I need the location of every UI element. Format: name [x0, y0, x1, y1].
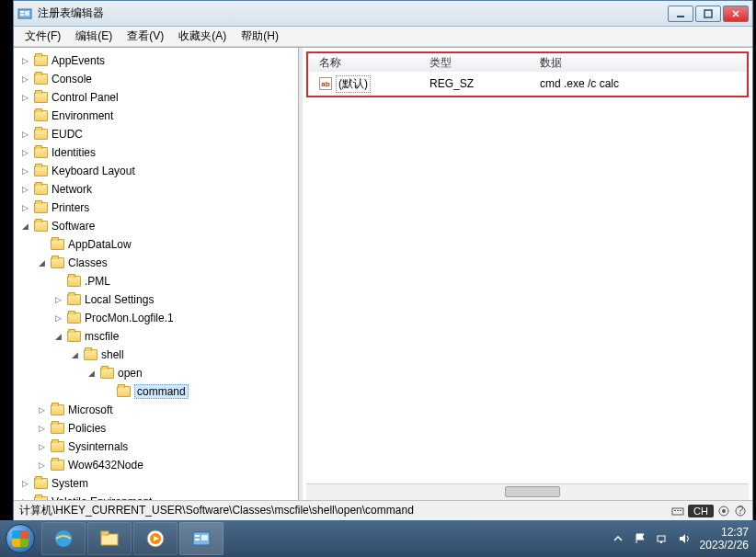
tree-node[interactable]: ▷Control Panel [19, 88, 298, 107]
tree-toggle-icon[interactable]: ▷ [52, 313, 63, 324]
folder-icon [34, 202, 48, 213]
tree-node[interactable]: ◢Software [19, 217, 298, 235]
svg-rect-25 [660, 541, 662, 543]
tree-node[interactable]: ▷Printers [19, 199, 298, 217]
help-icon[interactable]: ? [734, 505, 747, 517]
tree-node[interactable]: ▷Microsoft [36, 401, 298, 419]
folder-icon [51, 239, 64, 250]
titlebar[interactable]: 注册表编辑器 [14, 1, 752, 27]
taskbar-regedit[interactable] [179, 522, 223, 555]
tree-toggle-icon[interactable]: ▷ [19, 129, 30, 140]
taskbar: 12:37 2023/2/26 [0, 520, 756, 557]
menu-view[interactable]: 查看(V) [120, 27, 171, 46]
menu-file[interactable]: 文件(F) [17, 27, 68, 46]
network-icon[interactable] [656, 532, 669, 545]
regedit-window: 注册表编辑器 文件(F) 编辑(E) 查看(V) 收藏夹(A) 帮助(H) ▷A… [13, 0, 753, 521]
svg-rect-7 [674, 510, 676, 511]
list-body: ab (默认) REG_SZ cmd .exe /c calc [306, 72, 749, 97]
tree-node[interactable]: ▷ProcMon.Logfile.1 [52, 309, 298, 327]
tree-node[interactable]: ▷Wow6432Node [36, 456, 298, 474]
folder-icon [51, 460, 64, 471]
tree-node[interactable]: ▷Network [19, 180, 298, 199]
tree-toggle-icon[interactable]: ▷ [19, 496, 30, 500]
tree-toggle-icon[interactable]: ▷ [19, 478, 30, 489]
body: ▷AppEvents▷Console▷Control PanelEnvironm… [14, 47, 752, 500]
list-header: 名称 类型 数据 [306, 51, 749, 72]
tree-node[interactable]: ◢Classes [36, 254, 298, 272]
tree-node[interactable]: AppDataLow [36, 235, 298, 254]
tree-label: System [52, 477, 88, 490]
start-button[interactable] [0, 520, 40, 557]
tree-node[interactable]: ▷System [19, 474, 298, 493]
tree-node[interactable]: ◢shell [69, 346, 298, 364]
value-name: (默认) [336, 75, 371, 93]
tree-toggle-icon[interactable]: ◢ [69, 349, 80, 360]
string-value-icon: ab [319, 77, 332, 90]
tree-node[interactable]: ▷EUDC [19, 125, 298, 143]
tree-node[interactable]: ▷Local Settings [52, 290, 298, 309]
tree-label: EUDC [52, 128, 83, 141]
folder-icon [51, 404, 64, 415]
tree-node[interactable]: ▷AppEvents [19, 51, 298, 70]
tree-node[interactable]: ▷Console [19, 70, 298, 88]
tree-toggle-icon[interactable]: ▷ [19, 202, 30, 213]
window-controls [668, 6, 749, 22]
menu-favorites[interactable]: 收藏夹(A) [171, 27, 234, 46]
tree-node[interactable]: ◢mscfile [52, 327, 298, 346]
clock[interactable]: 12:37 2023/2/26 [700, 526, 749, 551]
value-row[interactable]: ab (默认) REG_SZ cmd .exe /c calc [308, 72, 747, 96]
menu-help[interactable]: 帮助(H) [234, 27, 286, 46]
language-indicator[interactable]: CH [688, 505, 714, 517]
tree-toggle-icon[interactable]: ◢ [36, 257, 47, 268]
tree-spacer [102, 386, 113, 397]
tree-node[interactable]: ▷Volatile Environment [19, 493, 298, 500]
tree-node[interactable]: ▷Sysinternals [36, 438, 298, 456]
volume-icon[interactable] [678, 532, 691, 545]
folder-icon [34, 496, 48, 500]
taskbar-ie[interactable] [41, 522, 86, 555]
folder-icon [100, 368, 114, 379]
tree-toggle-icon[interactable]: ▷ [19, 184, 30, 195]
maximize-button[interactable] [695, 6, 721, 22]
tree-toggle-icon[interactable]: ▷ [36, 460, 47, 471]
tray-arrow-icon[interactable] [612, 532, 624, 545]
tree-toggle-icon[interactable]: ▷ [36, 404, 47, 415]
tree-toggle-icon[interactable]: ▷ [19, 55, 30, 66]
col-data-header[interactable]: 数据 [534, 53, 741, 72]
tree-toggle-icon[interactable]: ▷ [36, 423, 47, 434]
folder-icon [34, 55, 48, 66]
tree-node[interactable]: Environment [19, 107, 298, 125]
scrollbar-thumb[interactable] [505, 486, 560, 497]
tree-toggle-icon[interactable]: ▷ [19, 147, 30, 158]
tree-label: Network [52, 183, 92, 196]
tree-toggle-icon[interactable]: ▷ [52, 294, 63, 305]
flag-icon[interactable] [634, 532, 647, 545]
tree-node[interactable]: command [102, 382, 298, 401]
tree-node[interactable]: ▷Identities [19, 143, 298, 162]
taskbar-mediaplayer[interactable] [133, 522, 178, 555]
tree-node[interactable]: ◢open [86, 364, 298, 382]
taskbar-explorer[interactable] [87, 522, 132, 555]
tree-toggle-icon[interactable]: ◢ [52, 331, 63, 342]
menu-edit[interactable]: 编辑(E) [68, 27, 120, 46]
tree-toggle-icon[interactable]: ▷ [19, 74, 30, 85]
horizontal-scrollbar[interactable] [306, 483, 749, 500]
ime-icon[interactable] [717, 505, 730, 517]
col-name-header[interactable]: 名称 [314, 53, 424, 72]
list-empty-area[interactable] [303, 101, 752, 483]
tree-toggle-icon[interactable]: ◢ [86, 368, 97, 379]
svg-rect-21 [195, 535, 200, 537]
value-name-cell: ab (默认) [314, 74, 424, 95]
tree-node[interactable]: .PML [52, 272, 298, 290]
tree-toggle-icon[interactable]: ▷ [36, 441, 47, 452]
tree-toggle-icon[interactable]: ◢ [19, 221, 30, 232]
tree-node[interactable]: ▷Keyboard Layout [19, 162, 298, 180]
tree-node[interactable]: ▷Policies [36, 419, 298, 438]
tree-toggle-icon[interactable]: ▷ [19, 92, 30, 103]
tree-toggle-icon[interactable]: ▷ [19, 165, 30, 176]
minimize-button[interactable] [668, 6, 693, 22]
tree-pane[interactable]: ▷AppEvents▷Console▷Control PanelEnvironm… [14, 48, 299, 500]
close-button[interactable] [723, 6, 749, 22]
col-type-header[interactable]: 类型 [424, 53, 534, 72]
svg-rect-8 [677, 510, 679, 511]
